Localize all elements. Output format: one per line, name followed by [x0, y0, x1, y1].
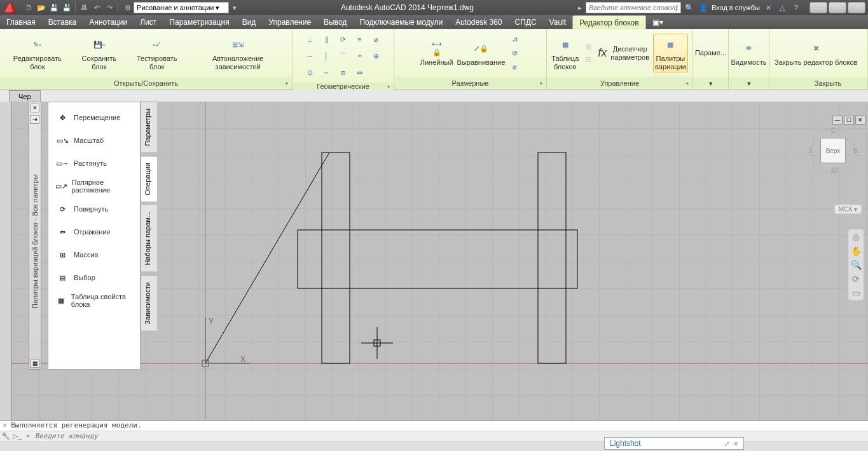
saveas-icon[interactable]: 💾	[61, 2, 72, 13]
constraint-icon[interactable]: ⇔	[352, 65, 368, 80]
menu-item[interactable]: Параметризация	[163, 15, 235, 29]
app-logo[interactable]	[0, 0, 20, 15]
palette-item-lookup[interactable]: ▤Выбор	[53, 267, 135, 288]
new-icon[interactable]: 🗋	[23, 2, 34, 13]
menu-item[interactable]: Главная	[0, 15, 42, 29]
constraint-toggle-icon[interactable]: ⊞	[582, 41, 594, 53]
pan-icon[interactable]: ✋	[851, 246, 862, 256]
panel-title[interactable]: Открыть/Сохранить	[0, 77, 292, 90]
linear-button[interactable]: ⟷🔒Линейный	[420, 39, 453, 66]
user-icon[interactable]: 👤	[698, 2, 709, 13]
maximize-button[interactable]: ☐	[829, 2, 846, 13]
lightshot-overlay[interactable]: Lightshot ⤢✕	[604, 437, 744, 450]
panel-title[interactable]: Геометрические	[293, 83, 394, 90]
open-icon[interactable]: 📂	[36, 2, 47, 13]
variation-palettes-button[interactable]: ▦Палитры вариации	[653, 34, 688, 72]
edit-block-button[interactable]: ✎▫Редактировать блок	[5, 36, 70, 70]
palette-item-scale[interactable]: ▭↘Масштаб	[53, 130, 135, 151]
search-icon[interactable]: 🔍	[684, 2, 695, 13]
redo-icon[interactable]: ↷	[104, 2, 115, 13]
constraint-icon[interactable]: ⧈	[336, 65, 351, 80]
side-tab-operations[interactable]: Операции	[141, 156, 157, 202]
title-chevron-icon[interactable]: ▸	[574, 2, 586, 13]
panel-dropdown-icon[interactable]: ▾	[693, 77, 728, 90]
panel-dropdown-icon[interactable]: ▾	[729, 77, 769, 90]
menu-item[interactable]: Подключаемые модули	[353, 15, 449, 29]
plot-icon[interactable]: 🖶	[78, 2, 90, 13]
menu-item[interactable]: Vault	[543, 15, 572, 29]
align-button[interactable]: ⤢🔒Выравнивание	[457, 39, 506, 66]
ucs-badge[interactable]: МСК ▾	[834, 205, 862, 214]
qat-dropdown-icon[interactable]: ▾	[229, 2, 240, 13]
close-button[interactable]: ✕	[848, 2, 865, 13]
drawing-tab[interactable]: Чер	[9, 90, 41, 102]
minimize-button[interactable]: —	[809, 2, 827, 13]
auto-constrain-button[interactable]: ⊞⇲Автоналожение зависимостей	[189, 36, 287, 70]
dim-icon[interactable]: ⊿	[509, 34, 520, 45]
view-cube[interactable]: Верх С Ю В З	[811, 128, 855, 173]
palette-item-stretch[interactable]: ▭→Растянуть	[53, 153, 135, 173]
vp-minimize-button[interactable]: —	[832, 116, 843, 125]
palette-item-block-props[interactable]: ▦Таблица свойств блока	[53, 290, 135, 311]
showmotion-icon[interactable]: ▭	[852, 288, 860, 298]
panel-title[interactable]: Размерные	[394, 77, 546, 90]
dim-icon[interactable]: ⌀	[509, 62, 520, 73]
constraint-icon[interactable]: ≈	[352, 48, 368, 64]
constraint-icon[interactable]: │	[319, 48, 334, 64]
cloud-icon[interactable]: △	[776, 2, 788, 13]
workspace-selector[interactable]: Рисование и аннотации ▾	[134, 2, 229, 13]
menu-item[interactable]: Аннотации	[83, 15, 134, 29]
vp-maximize-button[interactable]: ☐	[844, 116, 854, 125]
constraint-icon[interactable]: ⟂	[303, 32, 318, 47]
menu-item[interactable]: Autodesk 360	[449, 15, 508, 29]
constraint-icon[interactable]: ∥	[319, 32, 334, 47]
menu-item[interactable]: Вид	[236, 15, 263, 29]
palette-item-move[interactable]: ✥Перемещение	[53, 107, 135, 128]
block-table-button[interactable]: ▦Таблица блоков	[551, 36, 579, 70]
constraint-icon[interactable]: ↔	[319, 65, 334, 80]
side-tab-paramsets[interactable]: Наборы парам...	[141, 205, 157, 273]
constraint-toggle-icon[interactable]: ⊟	[582, 54, 594, 65]
signin-link[interactable]: Вход в службы	[712, 4, 760, 11]
param-manager-button[interactable]: Диспетчер параметров	[610, 45, 649, 60]
lightshot-close-icon[interactable]: ✕	[733, 440, 738, 447]
gear-icon[interactable]: ⚙	[122, 2, 134, 13]
dim-icon[interactable]: ⊘	[509, 48, 520, 59]
close-block-editor-button[interactable]: ✖Закрыть редактор блоков	[775, 39, 857, 66]
constraint-icon[interactable]: ≡	[352, 32, 368, 47]
orbit-icon[interactable]: ⟳	[852, 274, 860, 284]
palette-item-array[interactable]: ⊞Массив	[53, 245, 135, 265]
menu-overflow-icon[interactable]: ▣▾	[646, 15, 670, 29]
steering-wheel-icon[interactable]: ◎	[852, 232, 860, 242]
palette-titlebar[interactable]: ✕ ⇥ Палитры вариаций блоков - Все палитр…	[29, 102, 41, 370]
palette-item-polar-stretch[interactable]: ▭↗Полярное растяжение	[53, 176, 135, 196]
palette-close-icon[interactable]: ✕	[31, 104, 39, 112]
save-icon[interactable]: 💾	[48, 2, 60, 13]
menu-item-block-editor[interactable]: Редактор блоков	[572, 15, 646, 29]
panel-title[interactable]: Управление	[547, 77, 692, 90]
visibility-dropdown[interactable]: 👁Видимость	[731, 39, 767, 66]
test-block-button[interactable]: ▫✓Тестировать блок	[128, 36, 185, 70]
palette-menu-icon[interactable]: ▦	[31, 359, 39, 368]
exchange-icon[interactable]: ✕	[762, 2, 774, 13]
constraint-icon[interactable]: ⌒	[336, 48, 351, 64]
search-input[interactable]	[586, 2, 681, 13]
navigation-bar[interactable]: ◎ ✋ 🔍 ⟳ ▭	[848, 229, 864, 301]
menu-item[interactable]: СПДС	[509, 15, 543, 29]
menu-item[interactable]: Лист	[134, 15, 163, 29]
side-tab-parameters[interactable]: Параметры	[141, 102, 157, 153]
constraint-icon[interactable]: ⊕	[369, 48, 384, 64]
parameters-dropdown[interactable]: Параме...	[695, 49, 726, 57]
side-tab-constraints[interactable]: Зависимости	[141, 275, 157, 332]
palette-pin-icon[interactable]: ⇥	[31, 115, 39, 124]
save-block-button[interactable]: 💾▫Сохранить блок	[74, 36, 125, 70]
constraint-icon[interactable]: ⟳	[336, 32, 351, 47]
constraint-icon[interactable]: ─	[303, 48, 318, 64]
palette-item-rotate[interactable]: ⟳Повернуть	[53, 199, 135, 219]
lightshot-pin-icon[interactable]: ⤢	[724, 440, 729, 447]
zoom-icon[interactable]: 🔍	[851, 260, 862, 270]
undo-icon[interactable]: ↶	[91, 2, 102, 13]
vp-close-button[interactable]: ✕	[855, 116, 865, 125]
palette-item-mirror[interactable]: ⇔Отражение	[53, 222, 135, 242]
menu-item[interactable]: Вывод	[317, 15, 353, 29]
